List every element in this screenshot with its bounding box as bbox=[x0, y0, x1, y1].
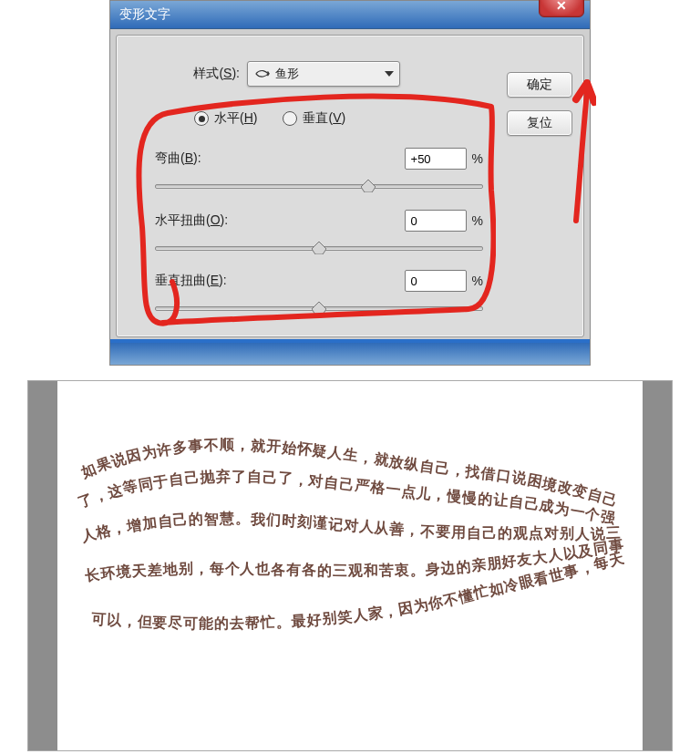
bend-input[interactable] bbox=[405, 148, 467, 170]
close-icon: ✕ bbox=[556, 0, 567, 13]
warped-text-sample: 如果说因为许多事不顺，就开始怀疑人生，就放纵自己，找借口说困境改变自己，这样就不… bbox=[76, 418, 624, 675]
ok-button[interactable]: 确定 bbox=[507, 72, 572, 98]
orientation-radios: 水平(H) 垂直(V) bbox=[194, 110, 345, 127]
bend-unit: % bbox=[472, 151, 483, 166]
svg-text:了，这等同于自己抛弃了自己了，对自己严格一点儿，慢慢的让自己: 了，这等同于自己抛弃了自己了，对自己严格一点儿，慢慢的让自己成为一个强者，完善自… bbox=[76, 418, 618, 526]
vdist-unit: % bbox=[472, 274, 483, 288]
annotation-arrow bbox=[551, 79, 596, 225]
slider-track bbox=[155, 184, 483, 189]
dialog-footer-strip bbox=[110, 343, 590, 365]
bend-slider[interactable] bbox=[155, 180, 483, 192]
dialog-body: 样式(S): 鱼形 水平(H) 垂直(V) bbox=[116, 35, 584, 337]
vdist-slider[interactable] bbox=[155, 302, 483, 315]
preview-line-1: 如果说因为许多事不顺，就开始怀疑人生，就放纵自己，找借口说困境改变自己，这样就不… bbox=[76, 418, 620, 510]
radio-horizontal[interactable]: 水平(H) bbox=[194, 110, 257, 127]
vdist-param: 垂直扭曲(E): % bbox=[155, 269, 483, 315]
radio-vertical[interactable]: 垂直(V) bbox=[283, 110, 345, 127]
canvas: 如果说因为许多事不顺，就开始怀疑人生，就放纵自己，找借口说困境改变自己，这样就不… bbox=[57, 381, 643, 750]
vdist-label: 垂直扭曲(E): bbox=[155, 273, 227, 289]
hdist-label: 水平扭曲(O): bbox=[155, 212, 228, 229]
hdist-input[interactable] bbox=[405, 210, 467, 232]
preview-panel: 如果说因为许多事不顺，就开始怀疑人生，就放纵自己，找借口说困境改变自己，这样就不… bbox=[27, 380, 673, 751]
hdist-slider[interactable] bbox=[155, 242, 483, 254]
slider-thumb-icon[interactable] bbox=[312, 302, 326, 315]
style-row: 样式(S): 鱼形 bbox=[171, 61, 400, 87]
style-select[interactable]: 鱼形 bbox=[247, 61, 400, 87]
preview-line-2: 了，这等同于自己抛弃了自己了，对自己严格一点儿，慢慢的让自己成为一个强者，完善自… bbox=[76, 418, 618, 526]
radio-dot-icon bbox=[194, 111, 209, 126]
fish-icon bbox=[255, 69, 270, 78]
vdist-input[interactable] bbox=[405, 270, 467, 292]
reset-button[interactable]: 复位 bbox=[507, 110, 572, 136]
canvas-gutter-right bbox=[643, 381, 672, 750]
style-value: 鱼形 bbox=[275, 66, 299, 82]
close-button[interactable]: ✕ bbox=[539, 0, 584, 17]
svg-text:如果说因为许多事不顺，就开始怀疑人生，就放纵自己，找借口说困: 如果说因为许多事不顺，就开始怀疑人生，就放纵自己，找借口说困境改变自己，这样就不… bbox=[76, 418, 620, 510]
bend-label: 弯曲(B): bbox=[155, 150, 201, 167]
canvas-gutter-left bbox=[28, 381, 57, 750]
hdist-param: 水平扭曲(O): % bbox=[155, 209, 483, 254]
titlebar[interactable]: 变形文字 ✕ bbox=[110, 1, 590, 29]
slider-thumb-icon[interactable] bbox=[312, 242, 326, 254]
warp-text-dialog: 变形文字 ✕ 样式(S): 鱼形 bbox=[109, 0, 591, 366]
style-label: 样式(S): bbox=[171, 66, 240, 82]
radio-dot-icon bbox=[283, 111, 297, 126]
chevron-down-icon bbox=[385, 71, 394, 77]
slider-thumb-icon[interactable] bbox=[361, 180, 376, 192]
dialog-title: 变形文字 bbox=[119, 6, 170, 23]
bend-param: 弯曲(B): % bbox=[155, 147, 483, 192]
hdist-unit: % bbox=[472, 213, 483, 228]
